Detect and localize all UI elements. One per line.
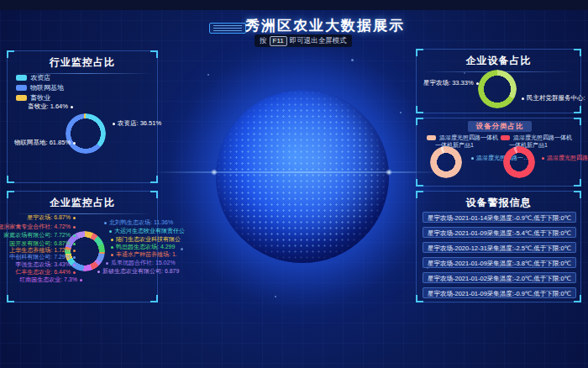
legend-swatch [501,135,510,140]
legend-swatch [16,95,27,101]
page-title: 秀洲区农业大数据展示 [245,16,405,35]
legend-item[interactable]: 物联网基地 [16,83,64,92]
chart-label: 大运河生态牧业有限责任公 [107,227,185,235]
chart-label: 家庭农场有限公司: 7.72% [3,231,78,239]
chart-label: 超润家禽专业合作社: 4.72% [0,223,78,231]
chart-label: 红南国生态农业: 7.3% [19,276,85,284]
chart-label: 畜牧业: 1.64% [28,103,76,111]
panel-industry-ratio: 行业监控占比 农资店 物联网基地 畜牧业 畜牧业: 1.64% 农资店: 36.… [7,50,158,183]
chart-label: 星宇农场: 6.87% [27,213,78,222]
alarm-row: 星宇农场-2021-01-14采集温度:-0.9℃,低于下限:0℃ [423,212,576,223]
chart-label: 丰通水产种苗养殖场: 1. [108,250,177,259]
callout-label: 温湿度光照四路一… [539,154,588,162]
legend-swatch [16,75,27,81]
top-bar [0,0,588,10]
industry-donut-chart[interactable] [66,113,106,154]
legend-swatch [427,135,436,140]
panel-title: 企业设备占比 [417,50,580,68]
brand-logo [209,23,246,34]
chart-label: 民主村党群服务中心: [519,94,585,103]
legend-item[interactable]: 农资店 [16,73,50,82]
chart-label: 农资店: 36.51% [110,119,161,128]
classification-left-donut[interactable] [430,146,462,178]
chart-label: 瓜果玩园合作社: 15.02% [103,259,176,267]
alarm-row: 星宇农场-2021-01-02采集温度:-2.0℃,低于下限:0℃ [423,272,576,283]
panel-title: 行业监控占比 [8,51,157,70]
decor-dot [207,74,209,76]
globe-highlight [216,90,389,263]
legend-swatch [16,85,27,91]
alarm-row: 星宇农场-2020-12-31采集温度:-2.5℃,低于下限:0℃ [423,242,576,253]
horizontal-flare [151,171,454,173]
panel-alarm-info: 设备警报信息 星宇农场-2021-01-14采集温度:-0.9℃,低于下限:0℃… [416,191,581,302]
decor-dot [275,296,276,297]
alarm-row: 星宇农场-2021-01-09采集温度:-0.9℃,低于下限:0℃ [423,287,576,298]
panel-title-badge: 设备分类占比 [468,121,532,132]
flare-point-right [386,169,392,176]
chart-label: 星宇农场: 33.33% [423,79,481,87]
decor-dot [400,112,402,113]
legend-label: 农资店 [30,73,50,82]
decor-dot [351,59,354,61]
panel-title: 企业监控占比 [8,192,157,210]
alarm-row: 星宇农场-2021-01-09采集温度:-3.8℃,低于下限:0℃ [423,257,576,268]
decor-dot [181,248,183,250]
device-donut-chart[interactable] [478,70,517,108]
chart-label: 新硕生态农业有限公司: 6.879 [95,267,179,276]
hint-prefix: 按 [260,36,267,46]
legend-label: 畜牧业 [30,93,50,103]
panel-title: 设备警报信息 [417,192,580,210]
panel-enterprise-ratio: 企业监控占比 星宇农场: 6.87% 超润家禽专业合作社: 4.72% 家庭农场… [7,191,158,302]
panel-device-classification: 设备分类占比 温湿度光照四路一体机 一体机新产品1 温湿度光照四路一… 温湿度光… [416,118,581,187]
classification-right-donut[interactable] [503,146,535,178]
chart-label: 北刘鸭生态农场: 11.36% [102,218,173,227]
legend-label: 物联网基地 [30,83,64,92]
chart-label: 物联网基地: 61.85% [14,139,78,147]
alarm-row: 星宇农场-2021-01-09采集温度:-5.4℃,低于下限:0℃ [423,227,576,238]
legend-item[interactable]: 畜牧业 [16,93,50,103]
panel-device-ratio: 企业设备占比 星宇农场: 33.33% 民主村党群服务中心: [416,49,581,113]
flare-point-left [211,169,218,176]
